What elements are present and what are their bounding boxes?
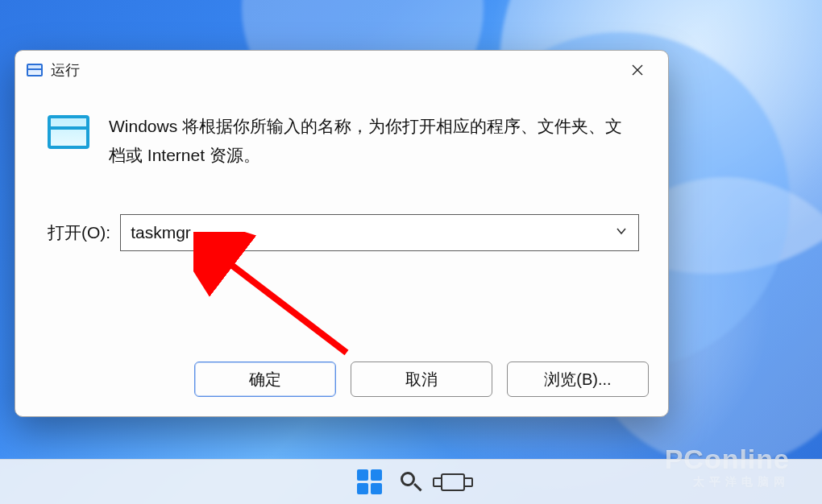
ok-button[interactable]: 确定 bbox=[194, 361, 336, 397]
start-button[interactable] bbox=[355, 469, 383, 496]
taskbar bbox=[0, 459, 822, 504]
run-icon bbox=[27, 64, 43, 76]
open-combobox[interactable]: taskmgr bbox=[120, 214, 639, 251]
search-button[interactable] bbox=[397, 469, 425, 496]
titlebar[interactable]: 运行 bbox=[15, 51, 668, 89]
run-large-icon bbox=[48, 115, 89, 149]
browse-button[interactable]: 浏览(B)... bbox=[507, 361, 649, 397]
dialog-title: 运行 bbox=[51, 60, 80, 80]
cancel-button[interactable]: 取消 bbox=[351, 361, 492, 397]
task-view-icon bbox=[441, 473, 465, 491]
search-icon bbox=[401, 472, 421, 493]
dialog-description: Windows 将根据你所输入的名称，为你打开相应的程序、文件夹、文档或 Int… bbox=[109, 112, 639, 169]
dialog-body: Windows 将根据你所输入的名称，为你打开相应的程序、文件夹、文档或 Int… bbox=[15, 89, 668, 361]
task-view-button[interactable] bbox=[439, 469, 467, 496]
close-button[interactable] bbox=[613, 54, 662, 86]
chevron-down-icon[interactable] bbox=[616, 225, 627, 240]
open-value: taskmgr bbox=[131, 223, 191, 242]
run-dialog: 运行 Windows 将根据你所输入的名称，为你打开相应的程序、文件夹、文档或 … bbox=[15, 50, 669, 417]
windows-logo-icon bbox=[357, 469, 382, 494]
open-label: 打开(O): bbox=[48, 221, 110, 244]
close-icon bbox=[631, 64, 644, 76]
desktop-background: 运行 Windows 将根据你所输入的名称，为你打开相应的程序、文件夹、文档或 … bbox=[0, 0, 822, 504]
dialog-buttons: 确定 取消 浏览(B)... bbox=[15, 361, 668, 416]
